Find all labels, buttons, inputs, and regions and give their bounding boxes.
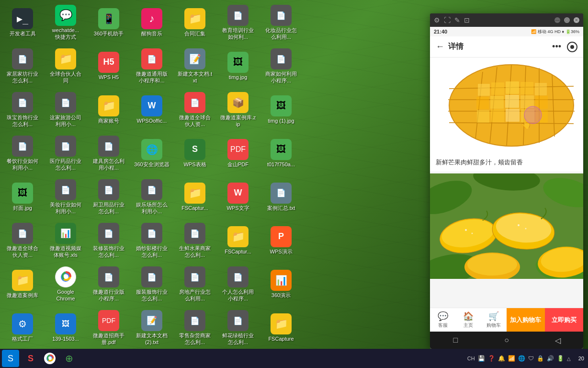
close-button[interactable]: ✕ (574, 17, 579, 23)
icon-wechat-general[interactable]: 📄 微趣道通用版小程序和... (132, 46, 172, 86)
status-bar: 21:40 📶 移动 4G HD ♦ 🔋36% (430, 27, 583, 36)
android-home-button[interactable]: ○ (500, 335, 513, 345)
battery-icon: 🔋36% (565, 29, 579, 34)
phone-window: ⚙ ⛶ ✎ ⊡ — □ ✕ 21:40 📶 移动 4G HD ♦ 🔋36% (430, 13, 583, 349)
icon-jinshan-pdf[interactable]: PDF 金山PDF (218, 133, 258, 173)
icon-personal-doc[interactable]: 📄 个人怎么利用小程序... (218, 264, 258, 304)
icon-wps-office[interactable]: W WPSOoffic... (132, 90, 172, 130)
taskbar-sogou[interactable]: S (22, 350, 39, 367)
network-icon: 🌐 (518, 355, 525, 362)
icon-realestate-doc[interactable]: 📄 房地产行业怎么利用... (175, 264, 215, 304)
more-button[interactable]: ••• (552, 42, 561, 52)
page-title: 详情 (448, 42, 552, 52)
icon-kitchen-doc[interactable]: 📄 厨卫用品行业怎么利... (89, 177, 129, 217)
icon-timg[interactable]: 🖼 timg.jpg (218, 46, 258, 86)
icon-entertainment-doc[interactable]: 📄 娱乐场所怎么利用小... (132, 177, 172, 217)
start-button[interactable]: S (2, 350, 19, 367)
icon-new-txt2[interactable]: 📝 新建文本文档 (2).txt (132, 308, 172, 348)
icon-video-account[interactable]: 📊 微趣道视频媒体账号.xls (45, 220, 86, 261)
icon-contract-folder[interactable]: 📁 合同汇集 (175, 2, 215, 43)
icon-food-doc[interactable]: 📄 餐饮行业如何利用小... (2, 133, 43, 173)
icon-developer-tools[interactable]: ▶_ 开发者工具 (2, 2, 43, 43)
icon-beauty-doc[interactable]: 📄 美妆行业如何利用小... (45, 177, 86, 217)
icon-furniture-doc[interactable]: 📄 家居家坊行业怎么利... (2, 46, 43, 86)
help-icon[interactable]: ❓ (488, 355, 495, 362)
icon-flower-doc[interactable]: 📄 鲜花绿植行业怎么利... (218, 308, 258, 348)
antivirus-icon: 🔒 (537, 355, 544, 362)
icon-360mobile[interactable]: 📱 360手机助手 (89, 2, 129, 43)
icon-t017[interactable]: 🖼 t017f750a... (261, 133, 301, 173)
fullscreen-icon[interactable]: ⛶ (444, 16, 451, 24)
product-content[interactable]: 👆 新鲜芒果肉鲜甜多汁，颊齿留香 (430, 58, 583, 308)
icon-jewelry-doc[interactable]: 📄 珠宝首饰行业怎么利... (2, 90, 43, 130)
window-icon[interactable]: ⊡ (464, 16, 470, 24)
window-titlebar: ⚙ ⛶ ✎ ⊡ — □ ✕ (430, 13, 583, 27)
icon-wps-text[interactable]: W WPS文字 (218, 177, 258, 217)
notification-icon[interactable]: 🔔 (498, 355, 505, 362)
taskbar-chrome[interactable] (41, 350, 58, 367)
maximize-button[interactable]: □ (564, 17, 570, 23)
shield-icon: 🛡 (528, 355, 534, 362)
icon-fscapture1[interactable]: 📁 FSCaptur... (175, 177, 215, 217)
icon-google-chrome[interactable]: GoogleChrome (45, 264, 86, 304)
icon-wps-h5[interactable]: H5 WPS H5 (89, 46, 129, 86)
nav-home[interactable]: 🏠 主页 (455, 308, 481, 332)
buy-now-button[interactable]: 立即购买 (545, 308, 583, 332)
icon-fscapture3[interactable]: 📁 FSCapture (261, 308, 301, 348)
icon-fresh-doc[interactable]: 📄 生鲜水果商家怎么利... (175, 220, 215, 261)
taskbar-360[interactable]: ⊕ (60, 350, 78, 367)
icon-wps-table[interactable]: S WPS表格 (175, 133, 215, 173)
icon-cover-jpg[interactable]: 🖼 封面.jpg (2, 177, 43, 217)
icon-clothing-doc[interactable]: 📄 服装服饰行业怎么利... (132, 264, 172, 304)
input-method-icon[interactable]: CH (467, 356, 475, 361)
icon-new-txt[interactable]: 📝 新建文本文档.txt (175, 46, 215, 86)
icon-case-zip[interactable]: 📦 微趣道案例库.zip (218, 90, 258, 130)
edit-icon[interactable]: ✎ (454, 16, 460, 24)
icon-music[interactable]: ♪ 醒狗音乐 (132, 2, 172, 43)
icon-timg1[interactable]: 🖼 timg (1).jpg (261, 90, 301, 130)
svg-point-51 (518, 224, 520, 226)
android-back-button[interactable]: ◁ (551, 335, 565, 345)
icon-wechat-partner[interactable]: 📄 微趣道全球合伙人资... (175, 90, 215, 130)
icon-recruit-pdf[interactable]: PDF 微趣道招商手册.pdf (89, 308, 129, 348)
minimize-button[interactable]: — (554, 17, 560, 23)
icon-retail-doc[interactable]: 📄 零售杂货商家怎么利... (175, 308, 215, 348)
svg-rect-18 (506, 81, 519, 94)
icon-wechat[interactable]: 💬 wechatde...快捷方式 (45, 2, 86, 43)
icon-fscapture2[interactable]: 📁 FSCaptur... (218, 220, 258, 261)
svg-rect-16 (478, 84, 490, 96)
icon-format-factory[interactable]: ⚙ 格式工厂 (2, 308, 43, 348)
icon-travel-doc[interactable]: 📄 这家旅游公司利用小... (45, 90, 86, 130)
settings-icon[interactable]: ⚙ (434, 16, 440, 24)
icon-wechat-partner2[interactable]: 📄 微趣道全球合伙人资... (2, 220, 43, 261)
icon-label: 开发者工具 (10, 31, 36, 37)
icon-360present[interactable]: 📊 360演示 (261, 264, 301, 304)
icon-wedding-doc[interactable]: 📄 婚纱影楼行业怎么利... (132, 220, 172, 261)
svg-point-52 (525, 228, 527, 230)
nav-service[interactable]: 💬 客服 (430, 308, 455, 332)
icon-merchant-account[interactable]: 📁 商家账号 (89, 90, 129, 130)
icons-grid: ▶_ 开发者工具 💬 wechatde...快捷方式 📱 360手机助手 ♪ 醒… (0, 0, 335, 349)
icon-wps-present[interactable]: P WPS演示 (261, 220, 301, 261)
add-to-cart-button[interactable]: 加入购物车 (507, 308, 545, 332)
nav-cart[interactable]: 🛒 购物车 (481, 308, 507, 332)
icon-industry-doc[interactable]: 📄 微趣道行业版小程序... (89, 264, 129, 304)
icon-decor-doc[interactable]: 📄 装修装饰行业怎么利... (89, 220, 129, 261)
storage-icon: 💾 (478, 355, 485, 362)
icon-global-partner[interactable]: 📁 全球合伙人合同 (45, 46, 86, 86)
icon-medical-doc[interactable]: 📄 医疗药品行业怎么利... (45, 133, 86, 173)
taskbar-expand-icon[interactable]: △ (567, 356, 571, 361)
icon-edu-doc[interactable]: 📄 教育培训行业如何利... (218, 2, 258, 43)
icon-139[interactable]: 🖼 139-1503... (45, 308, 86, 348)
icon-case-lib[interactable]: 📁 微趣道案例库 (2, 264, 43, 304)
service-icon: 💬 (438, 311, 448, 322)
icon-furniture2-doc[interactable]: 📄 建具房怎么利用小程... (89, 133, 129, 173)
icon-cosmetic-doc[interactable]: 📄 化妆品行业怎么利用... (261, 2, 301, 43)
icon-case-summary[interactable]: 📄 案例汇总.txt (261, 177, 301, 217)
share-button[interactable] (567, 42, 577, 52)
android-recent-button[interactable]: □ (449, 335, 462, 345)
back-button[interactable]: ← (436, 42, 444, 52)
icon-merchant-doc[interactable]: 📄 商家如何利用小程序... (261, 46, 301, 86)
icon-360browser[interactable]: 🌐 360安全浏览器 (132, 133, 172, 173)
volume-icon[interactable]: 🔊 (547, 355, 554, 362)
